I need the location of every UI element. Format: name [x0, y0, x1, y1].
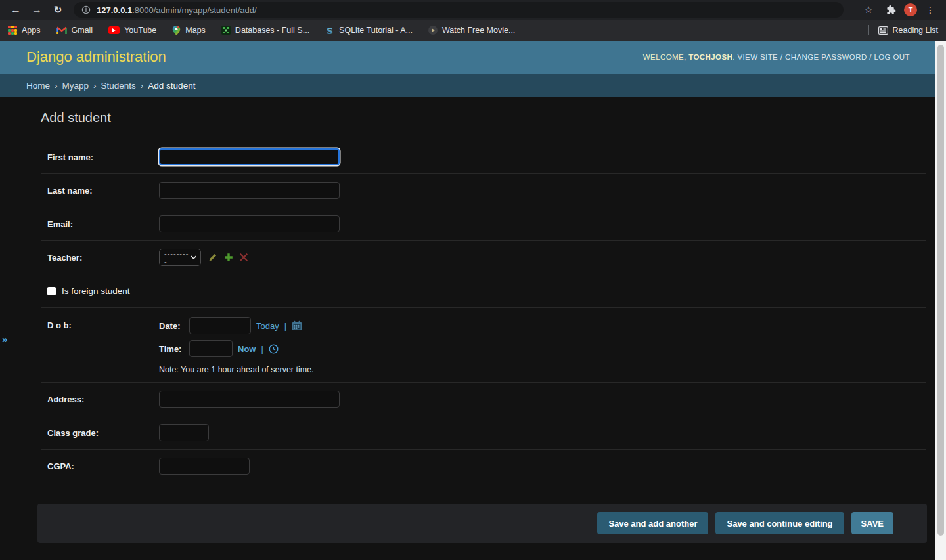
log-out-link[interactable]: LOG OUT [874, 53, 910, 61]
breadcrumb-model[interactable]: Students [101, 81, 136, 91]
cgpa-input[interactable] [159, 458, 250, 475]
address-bar[interactable]: 127.0.0.1:8000/admin/myapp/student/add/ [74, 2, 844, 18]
is-foreign-label: Is foreign student [62, 286, 130, 296]
dob-time-input[interactable] [189, 340, 233, 357]
bookmarks-divider [868, 25, 869, 35]
view-site-link[interactable]: VIEW SITE [737, 53, 778, 61]
extensions-icon[interactable] [882, 1, 900, 18]
sidebar-toggle[interactable]: » [2, 334, 7, 345]
profile-avatar[interactable]: T [904, 3, 917, 16]
form-row-first-name: First name: [41, 140, 926, 174]
site-info-icon[interactable] [81, 5, 91, 14]
form-row-email: Email: [41, 207, 926, 241]
reading-list-button[interactable]: Reading List [878, 26, 939, 35]
bookmark-label: Watch Free Movie... [442, 26, 515, 35]
form-row-class-grade: Class grade: [41, 416, 926, 450]
bookmark-sqlite[interactable]: S SQLite Tutorial - A... [325, 26, 413, 35]
username: TOCHJOSH [688, 53, 732, 61]
bookmark-apps[interactable]: Apps [8, 26, 41, 35]
bookmark-star-icon[interactable]: ☆ [859, 1, 878, 18]
calendar-icon[interactable] [292, 320, 302, 331]
bookmark-movies[interactable]: Watch Free Movie... [428, 26, 515, 35]
welcome-text: WELCOME, [643, 53, 687, 61]
reload-icon[interactable]: ↻ [49, 1, 67, 18]
class-grade-label: Class grade: [47, 428, 159, 438]
maps-pin-icon [172, 26, 181, 35]
plus-icon [224, 253, 233, 262]
clock-icon[interactable] [269, 344, 279, 354]
email-field[interactable] [159, 215, 340, 232]
chevron-down-icon [191, 255, 196, 259]
collapsed-sidebar: » [0, 97, 14, 560]
cgpa-label: CGPA: [47, 462, 159, 471]
email-label: Email: [47, 219, 159, 229]
play-circle-icon [428, 26, 438, 35]
apps-grid-icon [8, 26, 17, 35]
url-path: :8000/admin/myapp/student/add/ [132, 5, 256, 15]
bookmarks-bar: Apps Gmail YouTube Maps D [0, 20, 946, 41]
bookmark-databases[interactable]: Databases - Full S... [221, 26, 309, 35]
address-input[interactable] [159, 391, 340, 408]
edit-teacher-button[interactable] [208, 253, 217, 262]
first-name-label: First name: [47, 152, 159, 162]
dob-label: D o b: [47, 317, 159, 330]
class-grade-input[interactable] [159, 424, 209, 441]
url-text[interactable]: 127.0.0.1:8000/admin/myapp/student/add/ [97, 5, 257, 15]
teacher-select[interactable]: --------- [159, 249, 201, 266]
gmail-icon [56, 26, 67, 35]
save-add-another-button[interactable]: Save and add another [597, 512, 708, 534]
breadcrumb: Home › Myapp › Students › Add student [0, 74, 946, 97]
server-time-note: Note: You are 1 hour ahead of server tim… [159, 365, 314, 374]
today-link[interactable]: Today [256, 321, 279, 331]
content-area: » Add student First name: Last name: Ema… [0, 97, 935, 560]
page-title: Add student [41, 110, 926, 125]
submit-row: Save and add another Save and continue e… [37, 504, 927, 543]
teacher-label: Teacher: [47, 253, 159, 263]
bookmark-label: Databases - Full S... [235, 26, 309, 35]
browser-toolbar: ← → ↻ 127.0.0.1:8000/admin/myapp/student… [0, 0, 946, 20]
youtube-icon [108, 26, 120, 34]
change-password-link[interactable]: CHANGE PASSWORD [785, 53, 867, 61]
page-scrollbar[interactable] [935, 41, 946, 560]
bookmark-label: Gmail [72, 26, 93, 35]
first-name-input[interactable] [159, 148, 340, 165]
form-row-last-name: Last name: [41, 174, 926, 207]
user-tools: WELCOME, TOCHJOSH. VIEW SITE / CHANGE PA… [643, 53, 910, 61]
last-name-input[interactable] [159, 182, 340, 199]
bookmark-label: YouTube [124, 26, 156, 35]
save-continue-button[interactable]: Save and continue editing [715, 512, 844, 534]
breadcrumb-app[interactable]: Myapp [62, 81, 89, 91]
back-icon[interactable]: ← [7, 1, 25, 18]
browser-menu-icon[interactable]: ⋮ [921, 1, 939, 18]
bookmark-label: Apps [22, 26, 41, 35]
dob-pipe: | [261, 344, 263, 354]
breadcrumb-current: Add student [148, 81, 195, 91]
delete-teacher-button[interactable] [240, 253, 248, 261]
url-host: 127.0.0.1 [97, 5, 132, 15]
bookmark-youtube[interactable]: YouTube [108, 26, 156, 35]
form-row-is-foreign: Is foreign student [41, 274, 926, 308]
address-label: Address: [47, 395, 159, 404]
admin-header: Django administration WELCOME, TOCHJOSH.… [0, 41, 946, 74]
bookmark-maps[interactable]: Maps [172, 26, 206, 35]
is-foreign-checkbox[interactable] [47, 287, 56, 295]
save-button[interactable]: SAVE [851, 512, 893, 534]
add-teacher-button[interactable] [224, 253, 233, 262]
breadcrumb-separator: › [141, 81, 144, 91]
now-link[interactable]: Now [238, 344, 256, 354]
forward-icon[interactable]: → [28, 1, 46, 18]
scrollbar-thumb[interactable] [937, 45, 944, 536]
teacher-selected-value: --------- [164, 249, 191, 265]
bookmark-gmail[interactable]: Gmail [56, 26, 93, 35]
form-row-address: Address: [41, 383, 926, 416]
reading-list-icon [878, 26, 888, 35]
form-row-cgpa: CGPA: [41, 450, 926, 483]
pencil-icon [208, 253, 217, 262]
dob-date-input[interactable] [189, 317, 251, 334]
breadcrumb-home[interactable]: Home [26, 81, 50, 91]
bookmark-label: Maps [185, 26, 206, 35]
x-delete-icon [240, 253, 248, 261]
dob-pipe: | [284, 321, 286, 331]
dob-date-label: Date: [159, 321, 184, 331]
site-title[interactable]: Django administration [26, 49, 166, 66]
